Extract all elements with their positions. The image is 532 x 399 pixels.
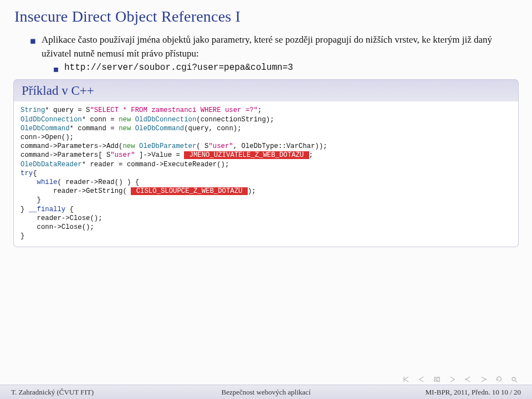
code-token: conn->Open(); xyxy=(21,134,74,141)
code-token: "SELECT * FROM zamestnanci WHERE user =?… xyxy=(90,106,258,114)
code-token: { xyxy=(33,170,37,177)
nav-section-prev-icon[interactable] xyxy=(464,376,472,382)
code-token: OldDbConnection xyxy=(21,116,82,124)
nav-first-icon[interactable] xyxy=(402,376,410,382)
code-token: * reader = command->ExecuteReader(); xyxy=(82,161,229,168)
code-token: * conn = xyxy=(82,116,119,124)
content-area: ◼ Aplikace často používají jména objektů… xyxy=(14,33,518,247)
code-token xyxy=(21,178,37,186)
code-token: } xyxy=(21,206,29,213)
code-token: reader->GetString( xyxy=(21,187,131,195)
code-token: } xyxy=(21,196,41,204)
code-token: ); xyxy=(248,187,256,195)
code-token: OleDbParameter xyxy=(139,142,196,150)
svg-point-1 xyxy=(512,377,515,381)
code-token: (connectionString); xyxy=(196,116,274,124)
code-token: (query, conn); xyxy=(184,125,241,132)
nav-next-icon[interactable] xyxy=(449,376,457,382)
code-token: command->Parameters[ S xyxy=(21,151,110,159)
nav-icon-bar xyxy=(402,376,519,382)
code-token: while xyxy=(37,178,58,186)
code-token: new xyxy=(119,125,135,132)
nav-section-next-icon[interactable] xyxy=(480,376,488,382)
code-token: } xyxy=(21,232,24,240)
code-token: ; xyxy=(309,151,313,159)
code-token: OleDbDataReader xyxy=(21,161,82,168)
footer-left: T. Zahradnický (ČVUT FIT) xyxy=(11,388,94,397)
footer-bar: T. Zahradnický (ČVUT FIT) Bezpečnost web… xyxy=(0,385,532,399)
code-token: reader->Close(); xyxy=(21,214,103,222)
bullet-text: Aplikace často používají jména objektů j… xyxy=(42,33,518,60)
code-block: String* query = S"SELECT * FROM zamestna… xyxy=(13,101,519,247)
nav-undo-icon[interactable] xyxy=(495,376,503,382)
slide-title: Insecure Direct Object References I xyxy=(14,8,518,25)
bullet-item: ◼ Aplikace často používají jména objektů… xyxy=(30,33,518,60)
code-token: __finally xyxy=(29,206,70,213)
code-token: OleDbCommand xyxy=(135,125,185,132)
example-header: Příklad v C++ xyxy=(13,79,519,101)
code-token: new xyxy=(122,142,139,150)
code-token: String xyxy=(21,106,45,114)
code-token: "user" xyxy=(208,142,233,150)
code-token-highlight: CISLO_SLOUPCE_Z_WEB_DOTAZU xyxy=(131,187,248,195)
code-token: "user" xyxy=(110,151,135,159)
code-token-highlight: JMENO_UZIVATELE_Z_WEB_DOTAZU xyxy=(184,151,309,159)
nav-prev-icon[interactable] xyxy=(418,376,426,382)
code-token: * query = S xyxy=(45,106,90,114)
code-token: , OleDbType::VarChar)); xyxy=(233,142,328,150)
code-token: try xyxy=(21,170,33,177)
code-token: new xyxy=(119,116,135,124)
sub-bullet-url: http://server/soubor.cgi?user=pepa&colum… xyxy=(64,63,293,73)
code-token: ( reader->Read() ) { xyxy=(57,178,139,186)
code-token: ]->Value = xyxy=(135,151,185,159)
code-token: ; xyxy=(258,106,262,114)
code-token: command->Parameters->Add( xyxy=(21,142,122,150)
code-token: OldDbConnection xyxy=(135,116,197,124)
code-token: ( S xyxy=(196,142,208,150)
code-token: OleDbCommand xyxy=(21,125,70,132)
code-token: { xyxy=(70,206,74,213)
sub-bullet-item: ◼ http://server/soubor.cgi?user=pepa&col… xyxy=(53,63,518,74)
bullet-icon: ◼ xyxy=(30,36,36,47)
footer-right: MI-BPR, 2011, Předn. 10 10 / 20 xyxy=(426,388,521,397)
sub-bullet-icon: ◼ xyxy=(53,65,59,74)
nav-search-icon[interactable] xyxy=(511,376,519,382)
nav-up-icon[interactable] xyxy=(433,376,441,382)
footer-center: Bezpečnost webových aplikací xyxy=(222,388,311,397)
code-token: conn->Close(); xyxy=(21,223,94,231)
code-token: * command = xyxy=(70,125,119,132)
